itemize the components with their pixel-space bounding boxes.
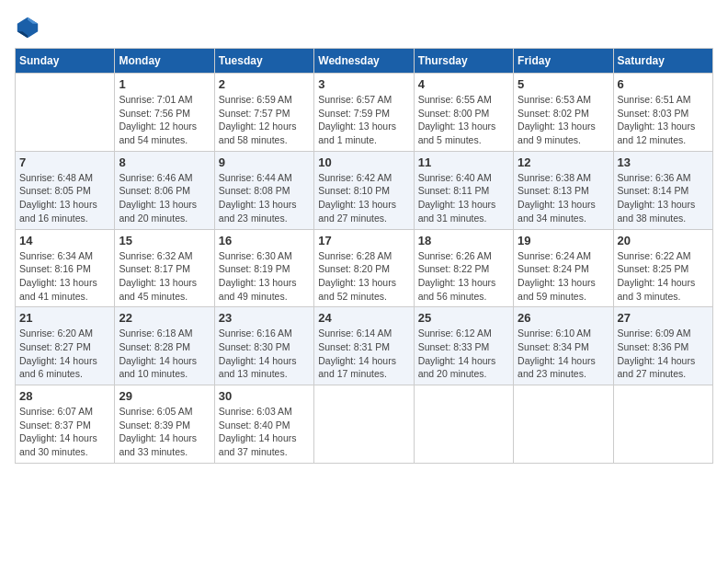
day-number: 5 [518,77,609,91]
day-number: 2 [219,77,310,91]
calendar-cell: 25Sunrise: 6:12 AMSunset: 8:33 PMDayligh… [414,307,513,385]
day-number: 17 [318,234,409,247]
weekday-header-tuesday: Tuesday [214,49,313,74]
day-number: 22 [119,311,210,325]
calendar-cell: 16Sunrise: 6:30 AMSunset: 8:19 PMDayligh… [214,229,313,307]
weekday-header-row: SundayMondayTuesdayWednesdayThursdayFrid… [16,49,713,74]
calendar-cell [16,74,115,152]
day-info: Sunrise: 6:09 AMSunset: 8:36 PMDaylight:… [618,327,709,381]
weekday-header-wednesday: Wednesday [314,49,414,74]
calendar-cell [314,385,414,464]
day-info: Sunrise: 7:01 AMSunset: 7:56 PMDaylight:… [119,93,210,147]
day-info: Sunrise: 6:20 AMSunset: 8:27 PMDaylight:… [19,327,110,381]
day-number: 19 [518,234,609,247]
day-number: 21 [19,311,110,325]
day-number: 30 [219,389,310,403]
calendar-cell: 5Sunrise: 6:53 AMSunset: 8:02 PMDaylight… [514,74,613,152]
day-info: Sunrise: 6:18 AMSunset: 8:28 PMDaylight:… [119,327,210,381]
calendar-cell: 22Sunrise: 6:18 AMSunset: 8:28 PMDayligh… [115,307,214,385]
calendar-week-1: 1Sunrise: 7:01 AMSunset: 7:56 PMDaylight… [16,74,713,152]
day-number: 28 [19,389,110,403]
day-info: Sunrise: 6:28 AMSunset: 8:20 PMDaylight:… [318,249,409,304]
day-number: 26 [518,311,609,325]
calendar-cell: 14Sunrise: 6:34 AMSunset: 8:16 PMDayligh… [16,229,115,307]
calendar-cell: 2Sunrise: 6:59 AMSunset: 7:57 PMDaylight… [214,74,313,152]
day-info: Sunrise: 6:32 AMSunset: 8:17 PMDaylight:… [119,249,210,304]
calendar-cell: 3Sunrise: 6:57 AMSunset: 7:59 PMDaylight… [314,74,414,152]
day-info: Sunrise: 6:16 AMSunset: 8:30 PMDaylight:… [219,327,310,381]
calendar-cell [514,385,613,464]
day-number: 9 [219,155,310,169]
day-info: Sunrise: 6:10 AMSunset: 8:34 PMDaylight:… [518,327,609,381]
day-info: Sunrise: 6:05 AMSunset: 8:39 PMDaylight:… [119,405,210,459]
calendar-cell: 30Sunrise: 6:03 AMSunset: 8:40 PMDayligh… [214,385,313,464]
calendar-cell: 24Sunrise: 6:14 AMSunset: 8:31 PMDayligh… [314,307,414,385]
calendar-cell: 9Sunrise: 6:44 AMSunset: 8:08 PMDaylight… [214,151,313,229]
weekday-header-saturday: Saturday [613,49,712,74]
day-info: Sunrise: 6:55 AMSunset: 8:00 PMDaylight:… [418,93,509,147]
day-number: 1 [119,77,210,91]
calendar-cell: 4Sunrise: 6:55 AMSunset: 8:00 PMDaylight… [414,74,513,152]
calendar-cell: 29Sunrise: 6:05 AMSunset: 8:39 PMDayligh… [115,385,214,464]
day-info: Sunrise: 6:51 AMSunset: 8:03 PMDaylight:… [618,93,709,147]
calendar-cell: 15Sunrise: 6:32 AMSunset: 8:17 PMDayligh… [115,229,214,307]
logo [15,15,44,40]
calendar-cell: 26Sunrise: 6:10 AMSunset: 8:34 PMDayligh… [514,307,613,385]
day-number: 24 [318,311,409,325]
day-number: 18 [418,234,509,247]
day-number: 27 [618,311,709,325]
day-info: Sunrise: 6:42 AMSunset: 8:10 PMDaylight:… [318,171,409,225]
day-number: 29 [119,389,210,403]
calendar-cell: 7Sunrise: 6:48 AMSunset: 8:05 PMDaylight… [16,151,115,229]
day-info: Sunrise: 6:59 AMSunset: 7:57 PMDaylight:… [219,93,310,147]
day-number: 7 [19,155,110,169]
day-info: Sunrise: 6:03 AMSunset: 8:40 PMDaylight:… [219,405,310,459]
day-info: Sunrise: 6:48 AMSunset: 8:05 PMDaylight:… [19,171,110,225]
calendar-cell: 13Sunrise: 6:36 AMSunset: 8:14 PMDayligh… [613,151,712,229]
day-info: Sunrise: 6:07 AMSunset: 8:37 PMDaylight:… [19,405,110,459]
day-number: 13 [618,155,709,169]
day-number: 12 [518,155,609,169]
day-info: Sunrise: 6:44 AMSunset: 8:08 PMDaylight:… [219,171,310,225]
weekday-header-thursday: Thursday [414,49,513,74]
weekday-header-sunday: Sunday [16,49,115,74]
day-info: Sunrise: 6:24 AMSunset: 8:24 PMDaylight:… [518,249,609,304]
day-number: 8 [119,155,210,169]
day-number: 3 [318,77,409,91]
calendar-cell: 21Sunrise: 6:20 AMSunset: 8:27 PMDayligh… [16,307,115,385]
day-info: Sunrise: 6:22 AMSunset: 8:25 PMDaylight:… [618,249,709,304]
day-info: Sunrise: 6:36 AMSunset: 8:14 PMDaylight:… [618,171,709,225]
calendar-cell: 23Sunrise: 6:16 AMSunset: 8:30 PMDayligh… [214,307,313,385]
day-info: Sunrise: 6:53 AMSunset: 8:02 PMDaylight:… [518,93,609,147]
svg-marker-0 [17,17,38,38]
calendar-week-4: 21Sunrise: 6:20 AMSunset: 8:27 PMDayligh… [16,307,713,385]
weekday-header-monday: Monday [115,49,214,74]
calendar-cell: 20Sunrise: 6:22 AMSunset: 8:25 PMDayligh… [613,229,712,307]
day-number: 16 [219,234,310,247]
calendar-week-5: 28Sunrise: 6:07 AMSunset: 8:37 PMDayligh… [16,385,713,464]
calendar-cell [613,385,712,464]
day-info: Sunrise: 6:57 AMSunset: 7:59 PMDaylight:… [318,93,409,147]
calendar-week-3: 14Sunrise: 6:34 AMSunset: 8:16 PMDayligh… [16,229,713,307]
day-number: 23 [219,311,310,325]
day-info: Sunrise: 6:34 AMSunset: 8:16 PMDaylight:… [19,249,110,304]
day-number: 20 [618,234,709,247]
calendar-cell: 18Sunrise: 6:26 AMSunset: 8:22 PMDayligh… [414,229,513,307]
day-info: Sunrise: 6:40 AMSunset: 8:11 PMDaylight:… [418,171,509,225]
calendar-cell [414,385,513,464]
calendar-table: SundayMondayTuesdayWednesdayThursdayFrid… [15,48,713,464]
calendar-week-2: 7Sunrise: 6:48 AMSunset: 8:05 PMDaylight… [16,151,713,229]
calendar-cell: 17Sunrise: 6:28 AMSunset: 8:20 PMDayligh… [314,229,414,307]
day-info: Sunrise: 6:12 AMSunset: 8:33 PMDaylight:… [418,327,509,381]
day-number: 4 [418,77,509,91]
calendar-cell: 11Sunrise: 6:40 AMSunset: 8:11 PMDayligh… [414,151,513,229]
logo-icon [15,15,40,40]
day-info: Sunrise: 6:14 AMSunset: 8:31 PMDaylight:… [318,327,409,381]
calendar-cell: 27Sunrise: 6:09 AMSunset: 8:36 PMDayligh… [613,307,712,385]
calendar-cell: 1Sunrise: 7:01 AMSunset: 7:56 PMDaylight… [115,74,214,152]
calendar-cell: 8Sunrise: 6:46 AMSunset: 8:06 PMDaylight… [115,151,214,229]
calendar-cell: 12Sunrise: 6:38 AMSunset: 8:13 PMDayligh… [514,151,613,229]
day-info: Sunrise: 6:38 AMSunset: 8:13 PMDaylight:… [518,171,609,225]
day-info: Sunrise: 6:30 AMSunset: 8:19 PMDaylight:… [219,249,310,304]
day-number: 11 [418,155,509,169]
